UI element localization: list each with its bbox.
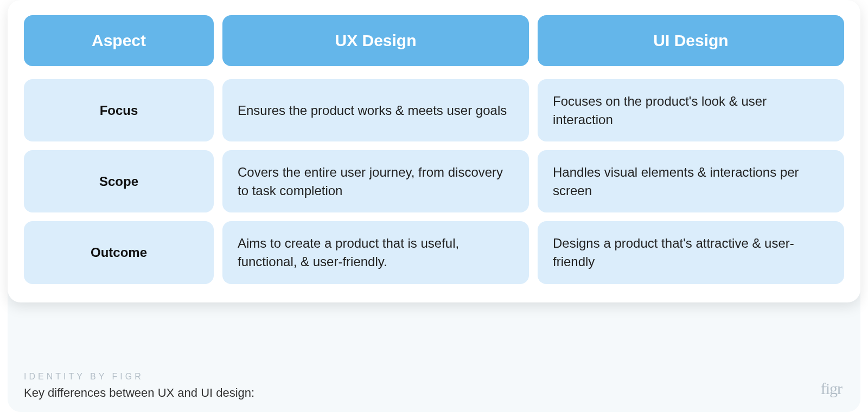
header-row: Aspect UX Design UI Design (24, 15, 844, 66)
row-scope: Scope Covers the entire user journey, fr… (24, 150, 844, 212)
footer: IDENTITY BY FIGR Key differences between… (24, 372, 844, 400)
row-label-outcome: Outcome (24, 221, 214, 283)
outer-panel: Aspect UX Design UI Design Focus Ensures… (8, 0, 860, 412)
header-aspect: Aspect (24, 15, 214, 66)
identity-label: IDENTITY BY FIGR (24, 372, 844, 382)
row-outcome: Outcome Aims to create a product that is… (24, 221, 844, 283)
brand-logo: figr (821, 379, 842, 398)
row-label-scope: Scope (24, 150, 214, 212)
cell-ux-focus: Ensures the product works & meets user g… (222, 79, 529, 141)
cell-ui-focus: Focuses on the product's look & user int… (538, 79, 844, 141)
row-label-focus: Focus (24, 79, 214, 141)
cell-ui-scope: Handles visual elements & interactions p… (538, 150, 844, 212)
header-ui-design: UI Design (538, 15, 844, 66)
comparison-card: Aspect UX Design UI Design Focus Ensures… (8, 0, 860, 302)
row-focus: Focus Ensures the product works & meets … (24, 79, 844, 141)
caption-text: Key differences between UX and UI design… (24, 386, 844, 400)
cell-ui-outcome: Designs a product that's attractive & us… (538, 221, 844, 283)
header-ux-design: UX Design (222, 15, 529, 66)
cell-ux-scope: Covers the entire user journey, from dis… (222, 150, 529, 212)
cell-ux-outcome: Aims to create a product that is useful,… (222, 221, 529, 283)
